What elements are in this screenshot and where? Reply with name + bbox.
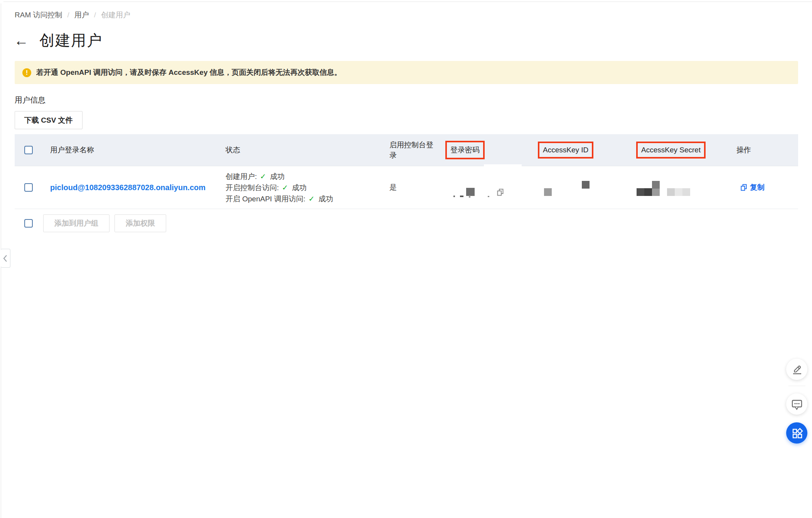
row-actions-cell: 复制: [736, 182, 798, 192]
row-checkbox[interactable]: [24, 183, 33, 192]
breadcrumb-users[interactable]: 用户: [74, 10, 89, 20]
redacted-accesskey-secret: [636, 181, 702, 196]
footer-checkbox[interactable]: [24, 219, 33, 228]
warning-icon: !: [22, 68, 31, 77]
column-header-console-login: 启用控制台登录: [389, 140, 445, 160]
column-header-login-name: 用户登录名称: [50, 145, 226, 155]
redacted-password: [445, 182, 511, 199]
download-csv-button[interactable]: 下载 CSV 文件: [15, 111, 83, 129]
chevron-left-icon: [3, 254, 8, 263]
page-header: ← 创建用户: [14, 30, 103, 51]
header-checkbox-cell: [15, 146, 50, 154]
column-header-accesskey-id: AccessKey ID: [538, 142, 636, 159]
chat-bubble-icon: [790, 398, 804, 411]
footer-actions: 添加到用户组 添加权限: [15, 214, 166, 232]
window-top-divider: [3, 2, 812, 2]
copy-icon: [497, 188, 504, 198]
breadcrumb-separator: /: [94, 11, 96, 19]
column-header-accesskey-secret: AccessKey Secret: [636, 142, 736, 159]
success-check-icon: ✓: [260, 172, 266, 181]
status-line-create-user: 创建用户:✓成功: [226, 171, 384, 182]
page-title: 创建用户: [39, 30, 103, 51]
row-checkbox-cell: [15, 183, 50, 192]
redacted-accesskey-id: [538, 181, 600, 196]
ram-create-user-page: RAM 访问控制 / 用户 / 创建用户 ← 创建用户 ! 若开通 OpenAP…: [0, 0, 812, 518]
row-accesskey-secret-cell: [636, 179, 736, 196]
pencil-icon: [791, 363, 803, 376]
column-header-status: 状态: [226, 145, 389, 155]
add-to-group-button[interactable]: 添加到用户组: [43, 214, 110, 232]
status-line-openapi-access: 开启 OpenAPI 调用访问:✓成功: [226, 193, 384, 204]
table-header-row: 用户登录名称 状态 启用控制台登录 登录密码 AccessKey ID Acce…: [15, 134, 798, 166]
select-all-checkbox[interactable]: [24, 146, 33, 154]
row-accesskey-id-cell: [538, 179, 636, 196]
column-header-password: 登录密码: [445, 141, 538, 159]
breadcrumb-ram[interactable]: RAM 访问控制: [15, 10, 62, 20]
annotation-box-accesskey-id: AccessKey ID: [538, 142, 593, 159]
breadcrumb-separator: /: [67, 11, 69, 19]
breadcrumb: RAM 访问控制 / 用户 / 创建用户: [15, 10, 130, 20]
created-users-table: 用户登录名称 状态 启用控制台登录 登录密码 AccessKey ID Acce…: [15, 134, 798, 209]
user-login-name-link[interactable]: picloud@1082093362887028.onaliyun.com: [50, 183, 206, 192]
download-csv-label: 下载 CSV 文件: [24, 115, 73, 125]
feedback-edit-button[interactable]: [786, 359, 807, 380]
add-permission-button[interactable]: 添加权限: [115, 214, 166, 232]
warning-text: 若开通 OpenAPI 调用访问，请及时保存 AccessKey 信息，页面关闭…: [36, 67, 342, 78]
annotation-box-accesskey-secret: AccessKey Secret: [636, 142, 706, 159]
row-login-name-cell: picloud@1082093362887028.onaliyun.com: [50, 183, 226, 192]
tooltip-remnant-overlay: [484, 164, 522, 175]
status-line-console-access: 开启控制台访问:✓成功: [226, 182, 384, 193]
breadcrumb-current: 创建用户: [101, 10, 130, 20]
sidebar-collapse-handle[interactable]: [1, 249, 10, 268]
row-status-cell: 创建用户:✓成功 开启控制台访问:✓成功 开启 OpenAPI 调用访问:✓成功: [226, 171, 389, 204]
row-password-cell: [445, 176, 538, 199]
section-title-user-info: 用户信息: [15, 95, 45, 105]
column-header-actions: 操作: [736, 145, 798, 155]
feedback-chat-button[interactable]: [786, 393, 807, 415]
row-console-login-cell: 是: [389, 182, 445, 192]
accesskey-warning-banner: ! 若开通 OpenAPI 调用访问，请及时保存 AccessKey 信息，页面…: [15, 61, 798, 84]
copy-label: 复制: [750, 182, 765, 192]
table-row: picloud@1082093362887028.onaliyun.com 创建…: [15, 166, 798, 209]
apps-grid-icon: [790, 426, 804, 440]
annotation-box-password: 登录密码: [445, 141, 485, 159]
copy-button[interactable]: 复制: [740, 182, 793, 192]
apps-grid-button[interactable]: [786, 422, 807, 444]
float-buttons-divider: [788, 386, 805, 386]
success-check-icon: ✓: [282, 184, 288, 192]
copy-icon: [740, 184, 747, 191]
success-check-icon: ✓: [308, 195, 315, 203]
back-arrow-icon[interactable]: ←: [14, 33, 29, 48]
